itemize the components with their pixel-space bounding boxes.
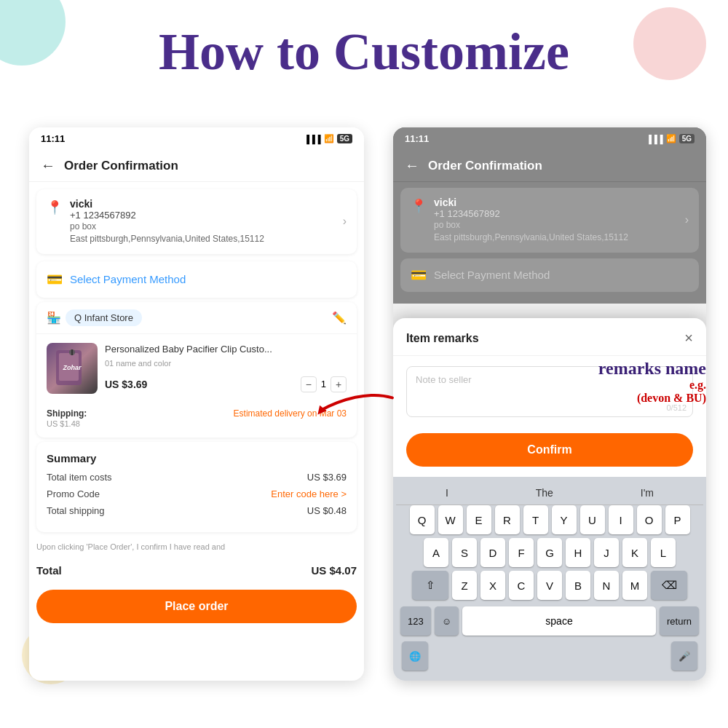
key-mic[interactable]: 🎤 [671, 641, 697, 670]
key-m[interactable]: M [622, 571, 647, 600]
key-r[interactable]: R [495, 505, 520, 534]
promo-value[interactable]: Enter code here > [271, 488, 347, 499]
summary-section: Summary Total item costs US $3.69 Promo … [36, 442, 357, 532]
qty-decrease[interactable]: − [301, 376, 317, 392]
key-l[interactable]: L [651, 538, 676, 567]
product-variant: 01 name and color [105, 359, 347, 368]
key-z[interactable]: Z [452, 571, 477, 600]
footer-note: Upon clicking 'Place Order', I confirm I… [29, 537, 364, 557]
key-t[interactable]: T [523, 505, 548, 534]
item-costs-label: Total item costs [47, 472, 112, 483]
item-costs-value: US $3.69 [307, 472, 347, 483]
product-price: US $3.69 [105, 379, 147, 390]
address-section-left[interactable]: 📍 vicki +1 1234567892 po box East pittsb… [36, 189, 357, 254]
keyboard-row-2: A S D F G H J K L [396, 538, 703, 567]
key-j[interactable]: J [594, 538, 619, 567]
status-time-left: 11:11 [41, 133, 65, 144]
key-b[interactable]: B [566, 571, 590, 600]
address-name-right: vicki [434, 197, 678, 208]
confirm-button[interactable]: Confirm [406, 433, 693, 467]
key-h[interactable]: H [566, 538, 590, 567]
remarks-input[interactable]: Note to seller 0/512 [406, 366, 693, 417]
key-delete[interactable]: ⌫ [651, 571, 687, 600]
status-icons-left: ▐▐▐ 📶 5G [304, 134, 352, 143]
key-s[interactable]: S [452, 538, 477, 567]
summary-item-costs: Total item costs US $3.69 [47, 472, 347, 483]
store-section: 🏪 Q Infant Store ✏️ Zohar [36, 302, 357, 438]
remarks-close-button[interactable]: × [684, 330, 693, 347]
suggestion-the[interactable]: The [536, 487, 553, 499]
item-remarks-sheet: Item remarks × Note to seller 0/512 rema… [393, 318, 706, 681]
address-phone: +1 1234567892 [70, 210, 336, 221]
address-phone-right: +1 1234567892 [434, 208, 678, 219]
product-info: Personalized Baby Pacifier Clip Custo...… [105, 343, 347, 392]
signal-icon-right: ▐▐▐ [646, 135, 662, 143]
keyboard-row-1: Q W E R T Y U I O P [396, 505, 703, 534]
address-content: vicki +1 1234567892 po box East pittsbur… [70, 198, 336, 245]
shipping-label: Shipping: [47, 408, 87, 419]
keyboard: I The I'm Q W E R T Y U I O P A S D [393, 477, 706, 681]
product-row: Zohar Personalized Baby Pacifier Clip Cu… [36, 334, 357, 403]
status-time-right: 11:11 [405, 133, 429, 144]
location-icon: 📍 [47, 199, 63, 215]
payment-section-right[interactable]: 💳 Select Payment Method [400, 258, 699, 292]
remarks-body: Note to seller 0/512 remarks name e.g. (… [393, 356, 706, 427]
main-title: How to Customize [159, 22, 569, 82]
screen-header-right: ← Order Confirmation [393, 150, 706, 182]
key-space[interactable]: space [462, 606, 656, 636]
key-d[interactable]: D [480, 538, 505, 567]
suggestion-i[interactable]: I [446, 487, 448, 499]
qty-value: 1 [321, 379, 326, 389]
payment-section-left[interactable]: 💳 Select Payment Method [36, 261, 357, 298]
key-f[interactable]: F [509, 538, 534, 567]
key-a[interactable]: A [424, 538, 448, 567]
address-po: po box [70, 221, 336, 233]
product-img-inner: Zohar [47, 343, 98, 394]
address-section-right[interactable]: 📍 vicki +1 1234567892 po box East pittsb… [400, 188, 699, 253]
summary-title: Summary [47, 452, 347, 464]
address-name: vicki [70, 198, 336, 210]
right-dark-background: 11:11 ▐▐▐ 📶 5G ← Order Confirmation 📍 vi… [393, 127, 706, 304]
back-arrow-right[interactable]: ← [405, 157, 419, 174]
key-numbers[interactable]: 123 [400, 606, 431, 636]
status-bar-left: 11:11 ▐▐▐ 📶 5G [29, 127, 364, 150]
key-return[interactable]: return [660, 606, 699, 636]
edit-icon[interactable]: ✏️ [332, 311, 347, 325]
bg-circle-teal [0, 0, 66, 66]
key-p[interactable]: P [665, 505, 690, 534]
summary-promo[interactable]: Promo Code Enter code here > [47, 488, 347, 499]
total-label: Total [36, 564, 62, 577]
key-c[interactable]: C [509, 571, 534, 600]
key-globe[interactable]: 🌐 [402, 641, 428, 670]
suggestion-im[interactable]: I'm [641, 487, 654, 499]
key-shift[interactable]: ⇧ [412, 571, 448, 600]
keyboard-row-3: ⇧ Z X C V B N M ⌫ [396, 571, 703, 600]
key-q[interactable]: Q [410, 505, 435, 534]
svg-text:Zohar: Zohar [62, 364, 81, 371]
shipping-row: Shipping: US $1.48 Estimated delivery on… [36, 403, 357, 438]
key-i[interactable]: I [609, 505, 633, 534]
key-y[interactable]: Y [552, 505, 577, 534]
header-title-right: Order Confirmation [428, 159, 542, 173]
store-header: 🏪 Q Infant Store ✏️ [36, 302, 357, 334]
keyboard-extras-row: 🌐 🎤 [396, 638, 703, 675]
key-e[interactable]: E [467, 505, 491, 534]
key-g[interactable]: G [537, 538, 562, 567]
address-city-right: East pittsburgh,Pennsylvania,United Stat… [434, 232, 678, 244]
total-value: US $4.07 [311, 564, 357, 577]
key-n[interactable]: N [594, 571, 619, 600]
key-x[interactable]: X [480, 571, 505, 600]
key-k[interactable]: K [622, 538, 647, 567]
char-count: 0/512 [666, 403, 687, 412]
address-city: East pittsburgh,Pennsylvania,United Stat… [70, 233, 336, 245]
remarks-header: Item remarks × [393, 318, 706, 356]
key-w[interactable]: W [438, 505, 463, 534]
place-order-button[interactable]: Place order [36, 590, 357, 623]
key-v[interactable]: V [537, 571, 562, 600]
key-emoji[interactable]: ☺ [435, 606, 459, 636]
wifi-icon: 📶 [324, 134, 334, 143]
product-image: Zohar [47, 343, 98, 394]
key-o[interactable]: O [637, 505, 662, 534]
key-u[interactable]: U [580, 505, 605, 534]
back-arrow-left[interactable]: ← [41, 157, 55, 174]
